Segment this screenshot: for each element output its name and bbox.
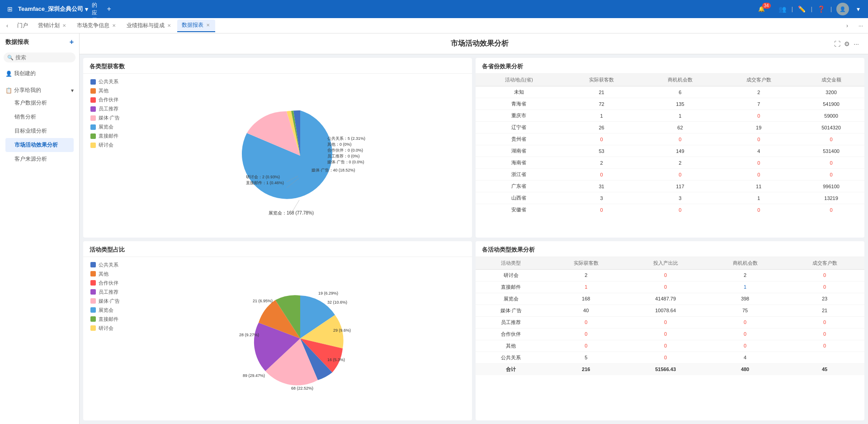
province-cell: 7 (719, 98, 798, 110)
tab-2[interactable]: 市场竞争信息✕ (72, 19, 121, 32)
legend1-item: 媒体·广告 (90, 114, 121, 121)
apps-label[interactable]: 我的应用 (92, 5, 101, 14)
province-cell: 广东省 (476, 181, 562, 192)
page-header: 市场活动效果分析 ⛶ ⚙ ··· (80, 33, 868, 54)
sidebar-my-created[interactable]: 👤 我创建的 (5, 68, 74, 79)
sidebar-item-4[interactable]: 客户来源分析 (5, 152, 74, 166)
tab-back-btn[interactable]: ‹ (2, 20, 13, 31)
province-cell: 62 (641, 122, 720, 133)
table-row: 展览会16841487.7939823 (476, 293, 864, 305)
sidebar-item-3[interactable]: 市场活动效果分析 (5, 138, 74, 152)
legend-label: 公共关系 (99, 78, 118, 85)
legend-color (90, 97, 96, 103)
table-row: 广东省3111711996100 (476, 181, 864, 192)
tab-close-4[interactable]: ✕ (205, 22, 211, 29)
panel1-chart: 公共关系：5 (2.31%) 其他：0 (0%) 合作伙伴：0 (0.0%) 员… (128, 74, 472, 238)
legend-label: 媒体·广告 (99, 114, 120, 121)
activity-cell: 0 (546, 328, 626, 340)
legend-color (90, 143, 96, 148)
panel4-title: 各活动类型效果分析 (476, 241, 864, 257)
sidebar-my-icon: 👤 (5, 71, 12, 77)
legend1-item: 研讨会 (90, 142, 121, 148)
activity-cell: 23 (785, 293, 864, 305)
tab-label-0: 门户 (17, 22, 28, 29)
top-nav: ⊞ Teamface_深圳企典公司 ▾ 我的应用 + 🔔34 👥 | ✏️ | … (0, 0, 868, 18)
notification-icon[interactable]: 🔔34 (758, 6, 774, 12)
sidebar-section-my: 👤 我创建的 (0, 64, 79, 81)
province-cell: 0 (798, 169, 864, 181)
users-icon[interactable]: 👥 (778, 5, 787, 14)
tab-close-1[interactable]: ✕ (61, 22, 67, 29)
province-cell: 2 (562, 157, 641, 169)
table-row: 其他0000 (476, 340, 864, 352)
sidebar-header: 数据报表 + (0, 33, 79, 51)
help-icon[interactable]: ❓ (817, 5, 826, 14)
panel1-title: 各类型获客数 (83, 58, 472, 74)
sidebar-item-0[interactable]: 客户数据分析 (5, 96, 74, 110)
province-cell: 0 (798, 157, 864, 169)
province-cell: 0 (798, 133, 864, 145)
table-row: 研讨会2020 (476, 269, 864, 281)
tab-1[interactable]: 营销计划✕ (33, 19, 71, 32)
more-icon[interactable]: ··· (854, 40, 859, 48)
grid-icon[interactable]: ⊞ (5, 5, 14, 14)
province-col-header: 成交金额 (798, 74, 864, 86)
legend-color (90, 307, 96, 313)
province-cell: 996100 (798, 181, 864, 192)
tab-4[interactable]: 数据报表✕ (177, 19, 215, 32)
province-cell: 59000 (798, 110, 864, 122)
table-row: 合作伙伴0000 (476, 328, 864, 340)
legend-color (90, 124, 96, 130)
tab-forward-btn[interactable]: › (842, 20, 853, 31)
legend-color (90, 271, 96, 276)
edit-icon[interactable]: ✏️ (797, 5, 807, 14)
sidebar-search-box[interactable]: 🔍 (4, 52, 75, 62)
svg-text:直接邮件：1 (0.46%): 直接邮件：1 (0.46%) (246, 181, 284, 185)
legend-label: 合作伙伴 (99, 280, 118, 286)
tab-close-2[interactable]: ✕ (111, 22, 117, 29)
province-cell: 0 (641, 169, 720, 181)
province-cell: 53 (562, 145, 641, 157)
legend-color (90, 262, 96, 267)
province-cell: 11 (719, 181, 798, 192)
legend-label: 员工推荐 (99, 105, 118, 112)
page-header-actions: ⛶ ⚙ ··· (834, 40, 859, 48)
fullscreen-icon[interactable]: ⛶ (834, 40, 840, 48)
add-icon[interactable]: + (104, 5, 113, 14)
tabs-container: 门户营销计划✕市场竞争信息✕业绩指标与提成✕数据报表✕ (13, 19, 215, 32)
activity-cell: 合作伙伴 (476, 328, 546, 340)
search-input[interactable] (15, 54, 72, 61)
filter-icon[interactable]: ⚙ (844, 40, 850, 48)
svg-text:29 (9.6%): 29 (9.6%) (333, 328, 351, 333)
sidebar-add-icon[interactable]: + (70, 38, 74, 46)
province-cell: 0 (719, 133, 798, 145)
sidebar-item-1[interactable]: 销售分析 (5, 110, 74, 124)
avatar[interactable]: 👤 (836, 3, 849, 15)
sidebar-shared-with-me[interactable]: 📋 分享给我的 ▾ (5, 85, 74, 96)
legend-label: 其他 (99, 271, 108, 277)
activity-cell: 0 (626, 316, 705, 328)
panel2-table-wrapper[interactable]: 活动地点(省)实际获客数商机机会数成交客户数成交金额 未知21623200青海省… (476, 74, 864, 238)
tab-0[interactable]: 门户 (13, 19, 33, 32)
sidebar-item-2[interactable]: 目标业绩分析 (5, 124, 74, 138)
panel4-table-wrapper[interactable]: 活动类型实际获客数投入产出比商机机会数成交客户数 研讨会2020直接邮件1010… (476, 257, 864, 421)
table-row: 辽宁省2662195014320 (476, 122, 864, 133)
province-cell: 26 (562, 122, 641, 133)
tab-3[interactable]: 业绩指标与提成✕ (122, 19, 176, 32)
province-cell: 13219 (798, 192, 864, 204)
tab-overflow-btn[interactable]: ··· (855, 20, 866, 31)
tab-close-3[interactable]: ✕ (166, 22, 172, 29)
activity-cell: 40 (546, 305, 626, 316)
search-icon: 🔍 (7, 55, 14, 61)
province-cell: 0 (719, 157, 798, 169)
panel3-legend: 公共关系其他合作伙伴员工推荐媒体·广告展览会直接邮件研讨会 (83, 257, 128, 421)
sidebar-title: 数据报表 (5, 38, 29, 46)
brand-name[interactable]: Teamface_深圳企典公司 ▾ (18, 5, 88, 13)
province-cell: 72 (562, 98, 641, 110)
activity-cell: 媒体·广告 (476, 305, 546, 316)
legend-label: 展览会 (99, 124, 113, 130)
user-chevron[interactable]: ▾ (854, 5, 863, 14)
legend-label: 展览会 (99, 307, 113, 314)
legend-color (90, 316, 96, 322)
activity-tbody: 研讨会2020直接邮件1010展览会16841487.7939823媒体·广告4… (476, 269, 864, 375)
